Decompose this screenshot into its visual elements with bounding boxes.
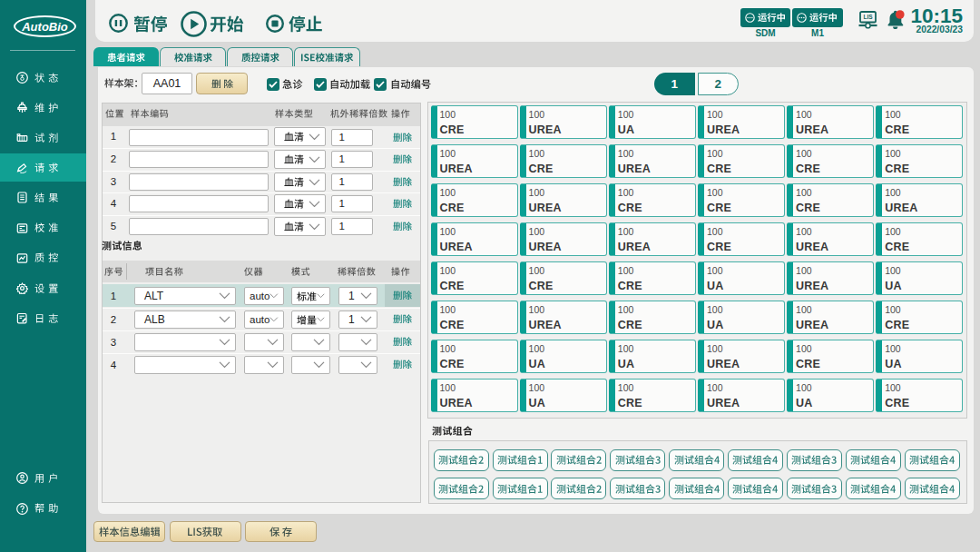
svg-text:LIS: LIS	[863, 14, 873, 20]
